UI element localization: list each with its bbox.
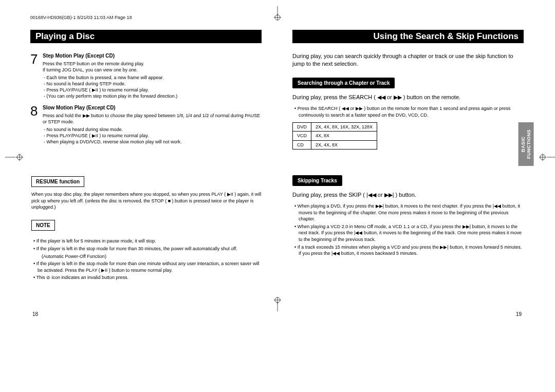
step-8-number: 8 bbox=[30, 104, 43, 145]
step-7: 7 Step Motion Play (Except CD) Press the… bbox=[30, 52, 262, 99]
skip-note: When playing a DVD, if you press the ▶▶|… bbox=[292, 203, 524, 222]
cell-dvd-speeds: 2X, 4X, 8X, 16X, 32X, 128X bbox=[311, 123, 377, 132]
note-item-sub: (Automatic Power-Off Function) bbox=[31, 253, 262, 260]
note-item: This ⊘ icon indicates an invalid button … bbox=[31, 274, 262, 281]
step-8-line1: Press and hold the ▶▶ button to choose t… bbox=[43, 113, 262, 125]
search-instruction: During play, press the SEARCH ( ◀◀ or ▶▶… bbox=[292, 94, 524, 101]
cell-vcd-label: VCD bbox=[293, 132, 311, 140]
step-7-bullet: Press PLAY/PAUSE ( ▶II ) to resume norma… bbox=[43, 87, 262, 93]
step-7-bullet: (You can only perform step motion play i… bbox=[43, 93, 262, 99]
left-page-title: Playing a Disc bbox=[30, 30, 262, 43]
note-item: If the player is left in the stop mode f… bbox=[31, 246, 262, 252]
skip-label: Skipping Tracks bbox=[292, 175, 342, 186]
note-section: NOTE If the player is left for 5 minutes… bbox=[31, 220, 262, 281]
table-row: DVD 2X, 4X, 8X, 16X, 32X, 128X bbox=[293, 123, 377, 132]
step-8: 8 Slow Motion Play (Except CD) Press and… bbox=[30, 104, 262, 145]
cell-vcd-speeds: 4X, 8X bbox=[311, 132, 377, 140]
speed-table: DVD 2X, 4X, 8X, 16X, 32X, 128X VCD 4X, 8… bbox=[292, 122, 377, 149]
note-item: If the player is left for 5 minutes in p… bbox=[31, 238, 262, 245]
page-number-left: 18 bbox=[32, 311, 38, 318]
side-tab: BASIC FUNCTIONS bbox=[519, 122, 534, 166]
crop-mark-left bbox=[5, 152, 24, 165]
note-item: If the player is left in the stop mode f… bbox=[31, 260, 262, 273]
step-8-bullet: No sound is heard during slow mode. bbox=[43, 126, 262, 133]
cell-cd-speeds: 2X, 4X, 8X bbox=[311, 140, 377, 149]
resume-section: RESUME function When you stop disc play,… bbox=[31, 176, 262, 211]
step-7-line2: If turning JOG DIAL, you can view one by… bbox=[43, 67, 262, 73]
right-page-title: Using the Search & Skip Functions bbox=[292, 30, 524, 43]
search-label: Searching through a Chapter or Track bbox=[292, 78, 395, 89]
step-7-bullet: No sound is heard during STEP mode. bbox=[43, 81, 262, 87]
intro-text: During play, you can search quickly thro… bbox=[292, 52, 524, 68]
cell-cd-label: CD bbox=[293, 140, 311, 149]
step-8-bullet: Press PLAY/PAUSE ( ▶II ) to resume norma… bbox=[43, 133, 262, 139]
search-section: Searching through a Chapter or Track Dur… bbox=[292, 78, 524, 150]
page-spread: Playing a Disc 7 Step Motion Play (Excep… bbox=[30, 30, 524, 287]
crop-mark-bottom bbox=[272, 297, 283, 313]
crop-mark-top bbox=[272, 6, 283, 23]
skip-note: If a track exceeds 15 minutes when playi… bbox=[292, 244, 524, 257]
table-row: VCD 4X, 8X bbox=[293, 132, 377, 140]
step-8-title: Slow Motion Play (Except CD) bbox=[43, 104, 262, 111]
resume-label: RESUME function bbox=[31, 176, 84, 188]
side-tab-line2: FUNCTIONS bbox=[526, 129, 531, 159]
page-left: Playing a Disc 7 Step Motion Play (Excep… bbox=[30, 30, 262, 287]
step-7-line1: Press the STEP button on the remote duri… bbox=[43, 61, 262, 67]
search-note: Press the SEARCH ( ◀◀ or ▶▶ ) button on … bbox=[292, 105, 524, 118]
resume-body: When you stop disc play, the player reme… bbox=[31, 191, 262, 211]
crop-mark-right bbox=[539, 152, 555, 165]
step-7-title: Step Motion Play (Except CD) bbox=[43, 52, 262, 60]
print-header: 00168V-HD936(GB)-1 8/21/03 11:03 AM Page… bbox=[30, 15, 132, 20]
skip-instruction: During play, press the SKIP ( |◀◀ or ▶▶|… bbox=[292, 191, 524, 199]
step-8-bullet: When playing a DVD/VCD, reverse slow mot… bbox=[43, 139, 262, 145]
note-label: NOTE bbox=[31, 220, 55, 231]
step-7-bullet: Each time the button is pressed, a new f… bbox=[43, 74, 262, 81]
skip-note: When playing a VCD 2.0 in Menu Off mode,… bbox=[292, 223, 524, 243]
page-right: Using the Search & Skip Functions During… bbox=[292, 30, 524, 287]
side-tab-line1: BASIC bbox=[521, 136, 526, 152]
skip-section: Skipping Tracks During play, press the S… bbox=[292, 175, 524, 257]
table-row: CD 2X, 4X, 8X bbox=[293, 140, 377, 149]
step-7-number: 7 bbox=[30, 52, 43, 99]
page-number-right: 19 bbox=[516, 311, 522, 318]
cell-dvd-label: DVD bbox=[293, 123, 311, 132]
